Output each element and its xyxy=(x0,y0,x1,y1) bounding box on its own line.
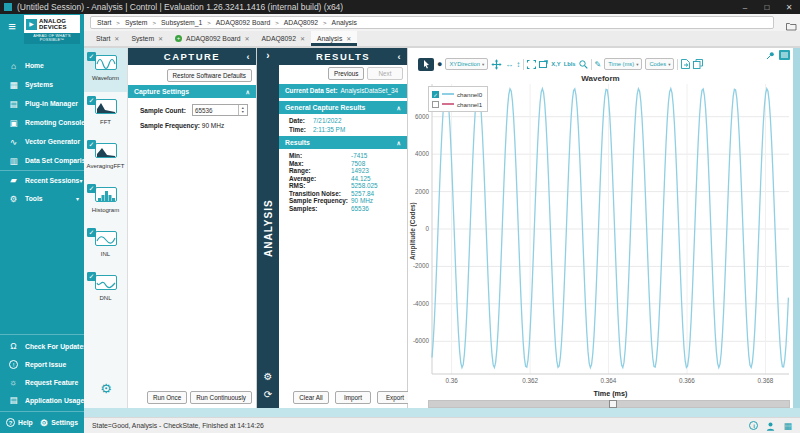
svg-text:0.368: 0.368 xyxy=(758,377,774,384)
sidebar-item-data-set-comparison[interactable]: ▥Data Set Comparison xyxy=(0,151,84,170)
xy-direction-dropdown[interactable]: XYDirection▾ xyxy=(445,58,488,70)
time-value: 2:11:35 PM xyxy=(313,126,345,133)
tab-close-icon[interactable]: ✕ xyxy=(346,35,351,42)
collapse-left-icon[interactable]: ‹ xyxy=(398,52,403,62)
waveform-plot[interactable]: 6000400020000-2000-4000-60000.360.3620.3… xyxy=(408,78,793,400)
breadcrumb-item-start[interactable]: Start xyxy=(97,19,111,26)
checkbox[interactable]: ✓ xyxy=(87,228,96,237)
close-button[interactable]: ✕ xyxy=(778,3,800,12)
analysis-gear-icon[interactable]: ⚙ xyxy=(257,371,279,382)
sidebar-item-plug-in-manager[interactable]: ▤Plug-in Manager xyxy=(0,94,84,113)
annotate-pencil-icon[interactable]: ✎ xyxy=(595,60,602,69)
pan-move-icon[interactable] xyxy=(491,59,502,70)
checkbox[interactable]: ✓ xyxy=(87,52,96,61)
checkbox[interactable]: ✓ xyxy=(87,140,96,149)
tab-start[interactable]: Start✕ xyxy=(90,31,125,46)
tab-analysis[interactable]: Analysis✕ xyxy=(311,31,357,46)
legend-item-channel0[interactable]: ✓channel0 xyxy=(432,89,482,99)
sidebar-footer-settings[interactable]: ⚙Settings xyxy=(40,418,78,428)
clear-all-button[interactable]: Clear All xyxy=(293,391,329,404)
xy-values-button[interactable]: X,Y xyxy=(551,61,560,67)
chart-horizontal-scrollbar[interactable] xyxy=(428,400,790,408)
menu-toggle-icon[interactable]: ≡ xyxy=(0,14,24,42)
horizontal-fit-icon[interactable]: ↔ xyxy=(505,60,513,69)
tools-settings-gear-icon[interactable]: ⚙ xyxy=(84,381,128,396)
breadcrumb-item-subsystem-1[interactable]: Subsystem_1 xyxy=(161,19,202,26)
tab-close-icon[interactable]: ✕ xyxy=(158,35,163,42)
legend-checkbox[interactable]: ✓ xyxy=(432,91,439,98)
checkbox[interactable]: ✓ xyxy=(87,272,96,281)
sidebar-item-home[interactable]: ⌂Home xyxy=(0,56,84,75)
restore-defaults-button[interactable]: Restore Software Defaults xyxy=(167,69,253,82)
tab-adaq8092[interactable]: ADAQ8092✕ xyxy=(256,31,311,46)
vertical-fit-icon[interactable]: ↕ xyxy=(516,60,520,69)
tool-selector-dnl[interactable]: ✓DNL xyxy=(84,268,127,312)
tab-close-icon[interactable]: ✕ xyxy=(245,35,250,42)
sidebar-item-recent-sessions[interactable]: ▰Recent Sessions▾ xyxy=(0,170,84,189)
copy-icon[interactable] xyxy=(693,59,703,69)
legend-checkbox[interactable]: ✓ xyxy=(432,101,439,108)
status-text: State=Good, Analysis - CheckState, Finis… xyxy=(92,422,264,429)
apps-grid-icon[interactable]: ▦ xyxy=(783,421,792,431)
general-capture-results-header[interactable]: General Capture Results ∧ xyxy=(279,101,407,114)
tool-selector-histogram[interactable]: ✓Histogram xyxy=(84,180,127,224)
run-continuously-button[interactable]: Run Continuously xyxy=(190,391,252,404)
capture-settings-header[interactable]: Capture Settings ∧ xyxy=(128,85,256,98)
tab-adaq8092-board[interactable]: +ADAQ8092 Board✕ xyxy=(169,31,255,46)
sidebar-footer-help[interactable]: ?Help xyxy=(6,418,33,427)
breadcrumb-item-adaq8092-board[interactable]: ADAQ8092 Board xyxy=(216,19,270,26)
tool-selector-averagingfft[interactable]: ✓AveragingFFT xyxy=(84,136,127,180)
pointer-tool-button[interactable] xyxy=(418,58,434,71)
breadcrumb-item-system[interactable]: System xyxy=(125,19,148,26)
tab-close-icon[interactable]: ✕ xyxy=(114,35,119,42)
scrollbar-handle[interactable] xyxy=(609,400,617,408)
collapse-left-icon[interactable]: ‹ xyxy=(247,52,252,62)
labels-button[interactable]: Lbls xyxy=(564,61,576,67)
fit-view-icon[interactable] xyxy=(527,60,536,69)
sidebar-item-vector-generator[interactable]: ∿Vector Generator xyxy=(0,132,84,151)
sidebar-item-check-for-updates[interactable]: ΩCheck For Updates xyxy=(0,337,84,355)
magnifier-icon[interactable] xyxy=(579,60,588,69)
checkbox[interactable]: ✓ xyxy=(87,96,96,105)
title-bar: (Untitled Session) - Analysis | Control … xyxy=(0,0,800,14)
x-unit-dropdown[interactable]: Time (ms)▾ xyxy=(604,58,642,70)
zoom-box-icon[interactable] xyxy=(539,60,548,69)
sidebar-item-application-usage-logging[interactable]: ▤Application Usage Logging xyxy=(0,391,84,409)
tab-system[interactable]: System✕ xyxy=(125,31,169,46)
next-button[interactable]: Next xyxy=(367,67,403,80)
tool-selector-waveform[interactable]: ✓Waveform xyxy=(84,48,127,92)
sidebar-item-tools[interactable]: ⚙Tools▾ xyxy=(0,189,84,208)
maximize-button[interactable]: □ xyxy=(756,3,778,12)
brush-tool-button[interactable]: ● xyxy=(437,59,442,69)
sidebar-item-request-feature[interactable]: ☼Request Feature xyxy=(0,373,84,391)
tool-selector-inl[interactable]: ✓INL xyxy=(84,224,127,268)
previous-button[interactable]: Previous xyxy=(328,67,364,80)
breadcrumb-item-analysis[interactable]: Analysis xyxy=(332,19,357,26)
sidebar-item-remoting-console[interactable]: ▣Remoting Console xyxy=(0,113,84,132)
tab-close-icon[interactable]: ✕ xyxy=(300,35,305,42)
spinner[interactable]: ▴▾ xyxy=(238,105,247,115)
run-once-button[interactable]: Run Once xyxy=(147,391,187,404)
info-icon[interactable]: i xyxy=(749,421,758,430)
sidebar-item-report-issue[interactable]: !Report Issue xyxy=(0,355,84,373)
legend-line-sample xyxy=(442,103,454,105)
adi-logo: ▶ ANALOGDEVICES AHEAD OF WHAT'S POSSIBLE… xyxy=(24,15,80,42)
minimize-button[interactable]: – xyxy=(734,3,756,12)
breadcrumb-item-adaq8092[interactable]: ADAQ8092 xyxy=(284,19,318,26)
checkbox[interactable]: ✓ xyxy=(87,184,96,193)
user-icon[interactable] xyxy=(766,417,775,433)
analysis-refresh-icon[interactable]: ⟳ xyxy=(257,389,279,400)
sidebar-item-systems[interactable]: ▦Systems xyxy=(0,75,84,94)
import-button[interactable]: Import xyxy=(335,391,371,404)
y-unit-dropdown[interactable]: Codes▾ xyxy=(645,58,674,70)
chart-menu-grid-icon[interactable] xyxy=(779,50,790,60)
export-file-icon[interactable] xyxy=(681,59,690,69)
results-section-header[interactable]: Results ∧ xyxy=(279,136,407,149)
chart-vertical-scrollbar[interactable] xyxy=(793,48,800,408)
sample-count-input[interactable]: 65536 ▴▾ xyxy=(192,104,248,116)
expand-right-icon[interactable]: › xyxy=(257,50,279,61)
tool-selector-fft[interactable]: ✓FFT xyxy=(84,92,127,136)
breadcrumb-separator: > xyxy=(207,20,211,26)
legend-item-channel1[interactable]: ✓channel1 xyxy=(432,99,482,109)
pin-icon[interactable] xyxy=(766,51,775,60)
